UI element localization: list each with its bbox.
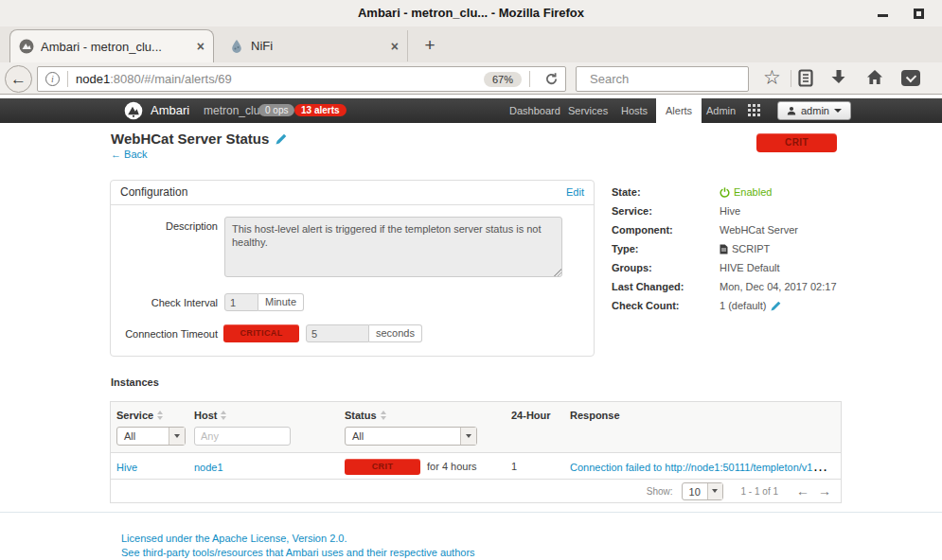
ops-count-badge[interactable]: 0 ops	[258, 104, 294, 116]
instance-24h-count: 1	[511, 461, 570, 472]
instance-response-link[interactable]: Connection failed to http://node1:50111/…	[570, 458, 835, 474]
ambari-logo-icon[interactable]	[124, 101, 143, 124]
service-value: Hive	[720, 205, 740, 217]
show-label: Show:	[647, 486, 673, 497]
tab-nifi-close-icon[interactable]: ×	[391, 40, 399, 53]
page-zoom-indicator[interactable]: 67%	[484, 72, 522, 87]
pagination-next-icon[interactable]: →	[818, 484, 831, 498]
last-changed-label: Last Changed:	[612, 281, 720, 292]
ambari-brand-link[interactable]: Ambari	[151, 98, 189, 123]
window-maximize-button[interactable]	[914, 9, 924, 19]
pocket-icon[interactable]	[901, 70, 920, 86]
table-pagination-bar: Show: 10 1 - 1 of 1 ← →	[110, 479, 842, 503]
select-arrow-icon	[169, 428, 185, 445]
column-header-service[interactable]: Service	[116, 410, 194, 421]
select-arrow-icon	[460, 428, 476, 445]
textarea-resize-grip-icon[interactable]	[554, 269, 561, 276]
page-title-text: WebHCat Server Status	[111, 131, 269, 147]
user-icon	[787, 106, 796, 115]
instance-status-duration: for 4 hours	[427, 461, 477, 472]
new-tab-button[interactable]: +	[418, 36, 442, 57]
type-label: Type:	[612, 243, 720, 254]
last-changed-value: Mon, Dec 04, 2017 02:17	[720, 281, 837, 292]
downloads-icon[interactable]	[831, 69, 846, 89]
check-interval-label: Check Interval	[111, 297, 218, 308]
nav-item-hosts[interactable]: Hosts	[621, 98, 648, 123]
sort-icon	[381, 411, 386, 420]
cluster-name-label[interactable]: metron_clu...	[204, 98, 260, 123]
reload-icon[interactable]	[544, 72, 559, 86]
instances-heading: Instances	[111, 376, 159, 388]
pagination-prev-icon[interactable]: ←	[796, 484, 809, 498]
column-header-host[interactable]: Host	[194, 410, 345, 421]
nav-item-dashboard[interactable]: Dashboard	[509, 98, 560, 123]
configuration-header: Configuration	[120, 181, 187, 204]
pagination-range-text: 1 - 1 of 1	[741, 486, 778, 497]
type-value: SCRIPT	[732, 243, 770, 254]
connection-timeout-input[interactable]	[306, 324, 369, 342]
instance-service-link[interactable]: Hive	[116, 462, 137, 473]
third-party-link[interactable]: See third-party tools/resources that Amb…	[121, 547, 475, 558]
url-host-text: node1	[76, 72, 110, 86]
license-link[interactable]: Licensed under the Apache License, Versi…	[121, 533, 347, 544]
urlbar-divider	[67, 71, 68, 87]
browser-search-box[interactable]	[576, 66, 749, 92]
critical-threshold-badge: CRITICAL	[223, 324, 299, 342]
configuration-panel: Configuration Edit Description This host…	[110, 180, 595, 357]
column-header-response: Response	[570, 410, 835, 421]
tab-nifi[interactable]: NiFi ×	[221, 30, 408, 61]
select-arrow-icon	[707, 483, 722, 499]
sort-icon	[221, 411, 226, 420]
url-bar[interactable]: i node1 :8080/#/main/alerts/69 67%	[37, 66, 566, 92]
browser-back-button[interactable]: ←	[5, 65, 32, 93]
admin-user-label: admin	[801, 105, 829, 116]
column-header-status[interactable]: Status	[345, 410, 511, 421]
url-path-text: :8080/#/main/alerts/69	[110, 72, 232, 86]
back-arrow-icon: ←	[111, 149, 121, 160]
sort-icon	[157, 411, 163, 420]
edit-title-pencil-icon[interactable]	[275, 133, 287, 145]
edit-check-count-pencil-icon[interactable]	[771, 301, 781, 311]
alert-state-badge: CRIT	[756, 133, 837, 152]
state-value: Enabled	[734, 186, 772, 198]
home-icon[interactable]	[866, 69, 883, 89]
instances-table: Service Host Status 24-Hour Response	[110, 401, 842, 481]
check-interval-input[interactable]	[224, 293, 258, 311]
power-icon	[720, 187, 730, 198]
check-count-value: 1 (default)	[720, 300, 767, 311]
chevron-down-icon	[834, 109, 842, 113]
library-icon[interactable]	[798, 69, 813, 91]
footer-divider	[0, 512, 942, 513]
column-header-24-hour: 24-Hour	[511, 410, 570, 421]
admin-user-menu-button[interactable]: admin	[777, 101, 851, 120]
file-icon	[720, 244, 728, 254]
instance-host-link[interactable]: node1	[194, 462, 223, 473]
nav-item-alerts[interactable]: Alerts	[656, 98, 702, 123]
service-filter-select[interactable]: All	[116, 427, 186, 446]
back-link[interactable]: ← Back	[111, 149, 148, 160]
page-size-select[interactable]: 10	[682, 482, 723, 500]
nav-item-services[interactable]: Services	[568, 98, 608, 123]
alert-summary: State: Enabled Service: Hive Component: …	[612, 183, 896, 315]
window-minimize-button[interactable]	[878, 14, 888, 17]
search-input[interactable]	[590, 72, 756, 86]
component-label: Component:	[612, 224, 720, 236]
instance-row: Hive node1 CRIT for 4 hours 1 Connection…	[111, 452, 841, 480]
host-filter-input[interactable]	[194, 427, 291, 446]
status-filter-select[interactable]: All	[345, 427, 477, 446]
tab-ambari[interactable]: Ambari - metron_clu... ×	[9, 29, 214, 62]
service-label: Service:	[612, 205, 720, 217]
alerts-count-badge[interactable]: 13 alerts	[294, 104, 347, 116]
views-grid-icon[interactable]	[748, 104, 760, 116]
ambari-favicon-icon	[19, 39, 34, 54]
screen: Ambari - metron_clu... - Mozilla Firefox…	[0, 0, 942, 560]
description-label: Description	[111, 220, 218, 232]
site-info-icon[interactable]: i	[45, 72, 60, 86]
tab-ambari-close-icon[interactable]: ×	[197, 40, 204, 53]
toolbar-divider	[791, 70, 791, 87]
bookmark-star-icon[interactable]: ☆	[763, 67, 781, 87]
description-textarea[interactable]: This host-level alert is triggered if th…	[224, 217, 562, 277]
nav-item-admin[interactable]: Admin	[706, 98, 736, 123]
instance-status-badge: CRIT	[345, 459, 420, 475]
configuration-edit-link[interactable]: Edit	[566, 181, 584, 204]
